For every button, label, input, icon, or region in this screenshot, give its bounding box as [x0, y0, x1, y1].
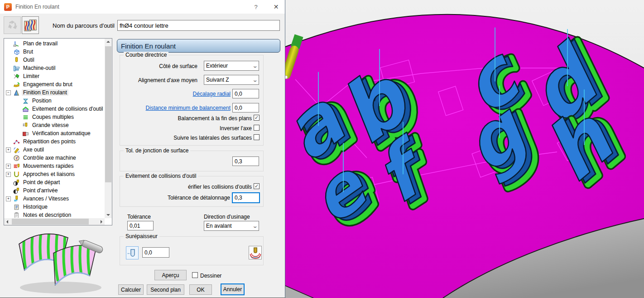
thickness-tool-icon	[127, 248, 138, 259]
invert-axis-label: Inverser l'axe	[136, 125, 252, 132]
axis-alignment-dropdown[interactable]: Suivant Z ⌄	[204, 75, 259, 85]
group-title: Surépaisseur	[124, 233, 159, 239]
tree-item-mouvements-rapides[interactable]: +Mouvements rapides	[4, 162, 105, 170]
point-depart-icon	[13, 179, 20, 186]
invert-axis-checkbox[interactable]	[254, 125, 260, 131]
group-thickness: Surépaisseur	[120, 236, 264, 265]
thickness-mode-button[interactable]	[126, 246, 139, 259]
apercu-button[interactable]: Aperçu	[154, 270, 187, 280]
tree-item-label: Outil	[22, 57, 36, 63]
tree-item-historique[interactable]: Historique	[4, 203, 105, 211]
calculer-button[interactable]: Calculer	[118, 284, 144, 295]
evitement-collisions-icon	[22, 106, 29, 112]
tree-item-label: Axe outil	[22, 147, 45, 153]
tree-item-axe-outil[interactable]: +Axe outil	[4, 146, 105, 154]
surface-pattern-button[interactable]	[22, 16, 39, 34]
scroll-left-arrow-icon[interactable]	[6, 220, 8, 224]
tree-item-brut[interactable]: Brut	[4, 48, 105, 56]
vertical-scroll-thumb[interactable]	[105, 46, 111, 182]
window-title: Finition En roulant	[15, 4, 59, 10]
scroll-up-arrow-icon[interactable]	[106, 41, 110, 43]
gouge-tolerance-input[interactable]: 0,3	[232, 192, 260, 203]
expand-icon[interactable]: +	[6, 196, 11, 201]
dessiner-label: Dessiner	[200, 273, 221, 279]
mouvements-rapides-icon	[13, 163, 20, 170]
expand-icon[interactable]: +	[6, 164, 11, 169]
tree-item-machine-outil[interactable]: Machine-outil	[4, 64, 105, 72]
tree-item-label: Vérification automatique	[31, 130, 92, 137]
expand-icon[interactable]: +	[6, 147, 11, 152]
tree-item-controle-axe-machine[interactable]: Contrôle axe machine	[4, 154, 105, 162]
tree-item-limiter[interactable]: Limiter	[4, 72, 105, 80]
cut-direction-dropdown[interactable]: En avalant ⌄	[204, 221, 259, 231]
application-window: aaaabbbbccccddddeeeeffffgggghhhh P Finit…	[0, 0, 644, 298]
tree-item-repartition-des-points[interactable]: Répartition des points	[4, 137, 105, 146]
striped-surfaces-icon	[23, 18, 38, 33]
chevron-down-icon: ⌄	[252, 224, 258, 229]
thickness-input[interactable]: 0,0	[142, 247, 169, 258]
axis-alignment-value: Suivant Z	[206, 77, 229, 83]
group-title: Evitement de collisions d'outil	[124, 173, 198, 179]
tree-item-position[interactable]: Position	[4, 97, 105, 105]
operation-tree: Plan de travailBrutOutilMachine-outilLim…	[4, 38, 112, 225]
follow-laterals-label: Suivre les latérales des surfaces	[136, 135, 252, 141]
toolpath-name-input[interactable]	[117, 20, 280, 31]
surface-side-dropdown[interactable]: Extérieur ⌄	[204, 61, 259, 71]
collapse-icon[interactable]: −	[6, 90, 11, 95]
tree-item-point-de-depart[interactable]: Point de départ	[4, 178, 105, 186]
tree-item-label: Machine-outil	[22, 65, 57, 71]
second-plan-button[interactable]: Second plan	[147, 284, 184, 295]
outil-icon	[13, 57, 20, 64]
tree-horizontal-scrollbar[interactable]	[4, 218, 105, 225]
gouge-tolerance-label: Tolérance de détalonnage	[149, 195, 230, 201]
min-sweep-distance-input[interactable]: 0,0	[232, 103, 259, 112]
regenerate-button[interactable]	[4, 16, 21, 34]
tree-item-approches-et-liaisons[interactable]: +Approches et liaisons	[4, 170, 105, 178]
tree-item-outil[interactable]: Outil	[4, 56, 105, 64]
tree-item-avances-vitesses[interactable]: +Avances / Vitesses	[4, 195, 105, 203]
tree-item-plan-de-travail[interactable]: Plan de travail	[4, 39, 105, 48]
tree-item-verification-automatique[interactable]: Vérification automatique	[4, 129, 105, 137]
tree-item-label: Contrôle axe machine	[22, 155, 77, 161]
title-bar: P Finition En roulant	[0, 0, 285, 14]
help-button[interactable]: ?	[247, 0, 265, 14]
radial-offset-input[interactable]: 0,0	[232, 89, 259, 98]
min-sweep-distance-link[interactable]: Distance minimum de balancement	[120, 105, 231, 111]
dialog-finition-en-roulant: P Finition En roulant ? ✕ Nom	[0, 0, 285, 298]
tree-item-label: Finition En roulant	[22, 89, 68, 96]
tree-item-finition-en-roulant[interactable]: −Finition En roulant	[4, 88, 105, 97]
tolerance-input[interactable]: 0,01	[127, 221, 154, 230]
thickness-component-button[interactable]	[249, 246, 262, 259]
ok-button[interactable]: OK	[189, 284, 212, 295]
group-title: Tol. de jonction de surface	[124, 147, 190, 154]
annuler-button[interactable]: Annuler	[221, 283, 245, 295]
strategy-preview-image	[10, 227, 109, 296]
horizontal-scroll-thumb[interactable]	[12, 219, 89, 225]
scroll-right-arrow-icon[interactable]	[101, 220, 102, 224]
expand-icon[interactable]: +	[6, 172, 11, 177]
tree-item-point-d-arrivee[interactable]: Point d'arrivée	[4, 186, 105, 195]
dessiner-checkbox[interactable]	[192, 272, 198, 278]
tree-item-label: Coupes multiples	[31, 114, 75, 120]
tree-item-grande-vitesse[interactable]: Grande vitesse	[4, 121, 105, 129]
tree-item-engagement-du-brut[interactable]: Engagement du brut	[4, 80, 105, 88]
close-button[interactable]: ✕	[267, 0, 285, 14]
tree-item-label: Brut	[22, 49, 34, 55]
tree-item-evitement-de-collisions-d-outil[interactable]: Evitement de collisions d'outil	[4, 105, 105, 113]
tree-item-label: Limiter	[22, 73, 41, 79]
tree-item-label: Notes et description	[22, 212, 72, 218]
recycle-icon	[5, 18, 19, 33]
tree-item-notes-et-description[interactable]: Notes et description	[4, 211, 105, 218]
follow-laterals-checkbox[interactable]	[254, 134, 260, 140]
group-title: Courbe directrice	[124, 52, 168, 58]
sweep-at-end-checkbox[interactable]: ✓	[254, 115, 260, 121]
tree-item-coupes-multiples[interactable]: Coupes multiples	[4, 113, 105, 121]
check-tool-collisions-checkbox[interactable]: ✓	[254, 183, 260, 189]
tree-vertical-scrollbar[interactable]	[105, 39, 112, 218]
toolpath-name-label: Nom du parcours d'outil	[45, 23, 115, 29]
scroll-down-arrow-icon[interactable]	[106, 214, 110, 216]
viewport-3d[interactable]: aaaabbbbccccddddeeeeffffgggghhhh	[285, 0, 644, 298]
limiter-icon	[13, 73, 20, 80]
radial-offset-link[interactable]: Décalage radial	[149, 91, 231, 97]
surface-join-tolerance-input[interactable]: 0,3	[232, 156, 259, 166]
